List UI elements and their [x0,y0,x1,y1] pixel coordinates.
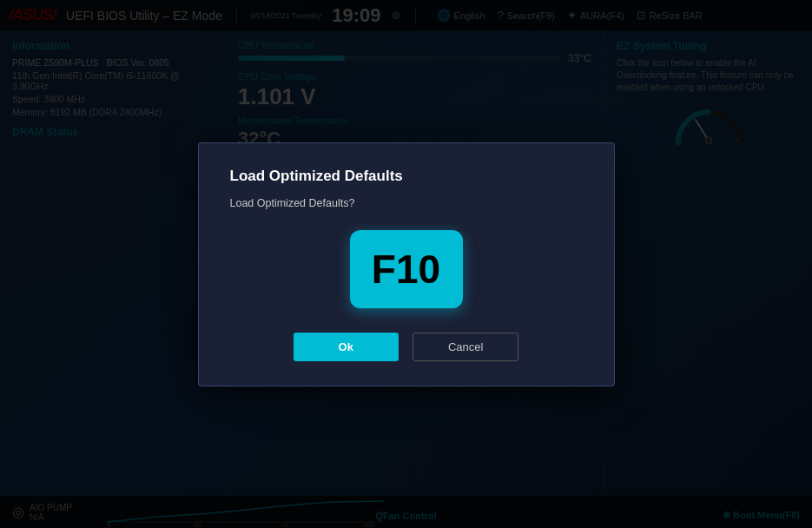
dialog-message: Load Optimized Defaults? [230,197,583,209]
ok-button[interactable]: Ok [294,333,399,361]
dialog-title: Load Optimized Defaults [230,168,583,185]
load-defaults-dialog: Load Optimized Defaults Load Optimized D… [198,142,615,386]
f10-key-container: F10 [230,230,583,308]
dialog-overlay: Load Optimized Defaults Load Optimized D… [0,0,812,528]
dialog-buttons: Ok Cancel [230,333,583,361]
f10-badge: F10 [350,230,463,308]
cancel-button[interactable]: Cancel [413,333,518,361]
